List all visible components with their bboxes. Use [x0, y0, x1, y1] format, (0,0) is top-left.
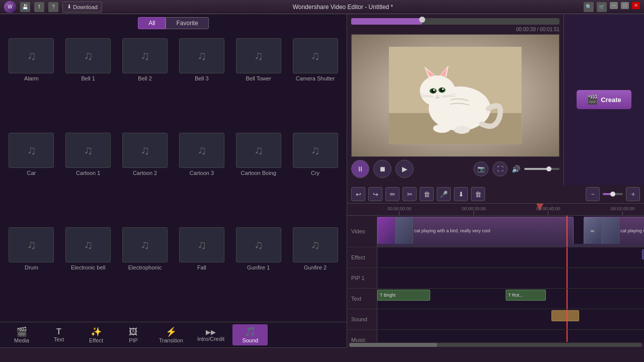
pip-icon: 🖼: [129, 327, 138, 337]
snapshot-button[interactable]: 📷: [473, 161, 489, 176]
sound-item-electronic-bell[interactable]: ♫ Electronic bell: [61, 225, 116, 318]
sound-grid[interactable]: ♫ Alarm ♫ Bell 1 ♫ Bell 2 ♫ Bell 3 ♫ Bel…: [0, 32, 347, 322]
progress-bar[interactable]: [351, 18, 559, 25]
transition-icon: ⚡: [166, 326, 177, 337]
play-button[interactable]: ▶: [395, 160, 414, 178]
zoom-out-button[interactable]: －: [586, 187, 600, 201]
sound-item-camera-shutter[interactable]: ♫ Camera Shutter: [288, 36, 343, 129]
effect-clip-1[interactable]: E Par...: [642, 249, 644, 259]
time-display: 00:00:39 / 00:01:51: [516, 27, 559, 32]
sound-item-cry[interactable]: ♫ Cry: [288, 131, 343, 223]
track-content-effect[interactable]: E Par...: [377, 247, 644, 267]
zoom-handle[interactable]: [610, 192, 615, 197]
fullscreen-button[interactable]: ⛶: [493, 161, 508, 176]
sound-item-cartoon-1[interactable]: ♫ Cartoon 1: [61, 131, 116, 223]
download-button[interactable]: ⬇ Download: [62, 2, 102, 13]
titlebar-left: W 💾 f ? ⬇ Download: [4, 1, 102, 13]
sound-thumb: ♫: [65, 133, 111, 168]
filter-all-button[interactable]: All: [138, 17, 166, 29]
sound-item-bell-3[interactable]: ♫ Bell 3: [175, 36, 229, 129]
sound-item-electrophonic[interactable]: ♫ Electrophonic: [118, 225, 173, 318]
edit-button[interactable]: ✏: [385, 187, 399, 201]
music-note-icon: ♫: [84, 143, 93, 157]
right-controls: 📷 ⛶ 🔊: [473, 161, 559, 176]
track-content-video[interactable]: cat playing with a bird, really very coo…: [377, 216, 644, 247]
sound-item-alarm[interactable]: ♫ Alarm: [4, 36, 59, 129]
sound-item-car[interactable]: ♫ Car: [4, 131, 59, 223]
sound-item-bell-2[interactable]: ♫ Bell 2: [118, 36, 173, 129]
sound-item-drum[interactable]: ♫ Drum: [4, 225, 59, 318]
sound-item-cartoon-3[interactable]: ♫ Cartoon 3: [175, 131, 229, 223]
sound-item-bell-tower[interactable]: ♫ Bell Tower: [231, 36, 286, 129]
sound-thumb: ♫: [236, 38, 281, 73]
sound-thumb: ♫: [293, 133, 338, 168]
zoom-in-button[interactable]: ＋: [626, 187, 640, 201]
sound-item-cartoon-boing[interactable]: ♫ Cartoon Boing: [231, 131, 286, 223]
sound-item-fall[interactable]: ♫ Fall: [175, 225, 229, 318]
track-content-text[interactable]: T Bright T Rot...: [377, 289, 644, 309]
tab-effect[interactable]: ✨ Effect: [78, 324, 114, 345]
tab-transition[interactable]: ⚡ Transition: [153, 324, 189, 345]
tab-sound[interactable]: 🎵 Sound: [232, 324, 268, 345]
cut-button[interactable]: ✂: [403, 187, 417, 201]
facebook-icon[interactable]: f: [34, 2, 44, 12]
redo-button[interactable]: ↪: [368, 187, 382, 201]
close-button[interactable]: ✕: [632, 2, 640, 9]
track-content-pip[interactable]: [377, 268, 644, 288]
svg-point-13: [442, 88, 444, 90]
pause-button[interactable]: ⏸: [351, 160, 369, 178]
sound-clip-1[interactable]: [551, 310, 579, 321]
sound-thumb: ♫: [122, 133, 168, 168]
filter-tabs: All Favorite: [0, 14, 347, 32]
zoom-slider[interactable]: [603, 193, 623, 195]
create-button[interactable]: 🎬 Create: [577, 90, 631, 109]
effect-icon: ✨: [91, 326, 102, 337]
sound-item-gunfire-1[interactable]: ♫ Gunfire 1: [231, 225, 286, 318]
titlebar: W 💾 f ? ⬇ Download Wondershare Video Edi…: [0, 0, 644, 14]
maximize-button[interactable]: □: [621, 2, 629, 9]
sound-item-gunfire-2[interactable]: ♫ Gunfire 2: [288, 225, 343, 318]
track-row-text: Text T Bright T Rot...: [347, 289, 644, 309]
svg-point-20: [454, 126, 470, 134]
tab-pip[interactable]: 🖼 PIP: [116, 325, 151, 345]
tab-text[interactable]: T Text: [41, 325, 76, 344]
detach-button[interactable]: ⬇: [454, 187, 468, 201]
save-icon[interactable]: 💾: [20, 2, 30, 12]
text-clip-bright[interactable]: T Bright: [377, 290, 430, 301]
progress-handle[interactable]: [419, 17, 425, 23]
text-icon: T: [56, 327, 61, 336]
stop-button[interactable]: ⏹: [373, 160, 391, 178]
sound-label: Camera Shutter: [296, 75, 335, 81]
shop-icon[interactable]: 🛒: [597, 2, 607, 12]
tab-intro[interactable]: ▶▶ Intro/Credit: [191, 326, 230, 344]
tab-media[interactable]: 🎬 Media: [4, 324, 39, 345]
music-note-icon: ♫: [140, 238, 149, 252]
filter-favorite-button[interactable]: Favorite: [166, 17, 208, 29]
track-row-music: Music: [347, 330, 644, 342]
track-label-music: Music: [347, 330, 377, 342]
video-clip-1[interactable]: cat playing with a bird, really very coo…: [377, 217, 574, 245]
track-content-sound[interactable]: [377, 309, 644, 329]
volume-handle[interactable]: [546, 166, 551, 171]
track-content-music[interactable]: [377, 330, 644, 342]
minimize-button[interactable]: ─: [610, 2, 618, 9]
sound-label: Cartoon 3: [190, 170, 214, 176]
video-clip-2[interactable]: ⏭ cat playing with a bird, really very c…: [584, 217, 644, 245]
sound-item-bell-1[interactable]: ♫ Bell 1: [61, 36, 116, 129]
search-icon[interactable]: 🔍: [584, 2, 594, 12]
h-scroll-track[interactable]: [349, 343, 642, 347]
voiceover-button[interactable]: 🎤: [437, 187, 451, 201]
help-icon[interactable]: ?: [48, 2, 58, 12]
h-scroll-thumb[interactable]: [349, 343, 437, 347]
text-clip-rot[interactable]: T Rot...: [506, 290, 546, 301]
volume-slider[interactable]: [524, 168, 559, 170]
delete-button[interactable]: 🗑: [420, 187, 434, 201]
preview-area: 00:00:39 / 00:01:51: [347, 14, 564, 185]
delete2-button[interactable]: 🗑: [471, 187, 485, 201]
undo-button[interactable]: ↩: [351, 187, 365, 201]
h-scrollbar[interactable]: [347, 342, 644, 348]
sound-thumb: ♫: [9, 227, 54, 262]
sound-item-cartoon-2[interactable]: ♫ Cartoon 2: [118, 131, 173, 223]
music-note-icon: ♫: [197, 238, 206, 252]
sound-label: Cartoon 1: [76, 170, 100, 176]
